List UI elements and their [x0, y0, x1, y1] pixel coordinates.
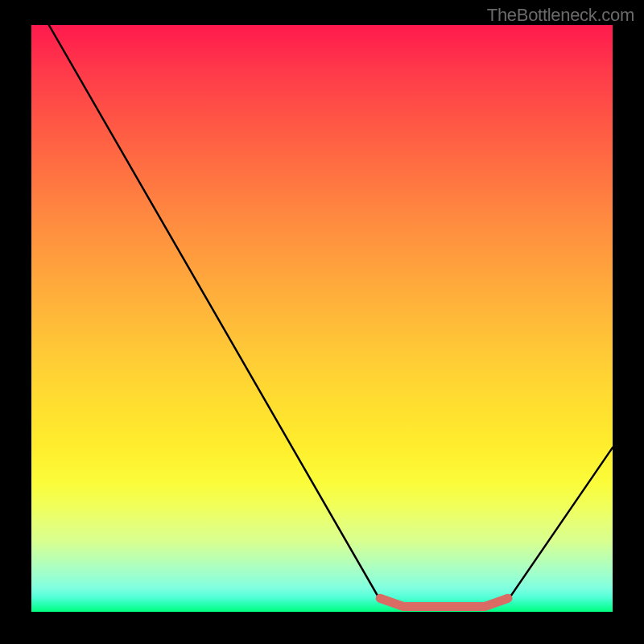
trough-highlight-line — [380, 598, 508, 606]
curve-group — [49, 25, 613, 609]
watermark-text: TheBottleneck.com — [487, 5, 634, 26]
main-curve-line — [49, 25, 613, 609]
chart-svg — [31, 25, 613, 612]
chart-plot-area — [31, 25, 613, 612]
